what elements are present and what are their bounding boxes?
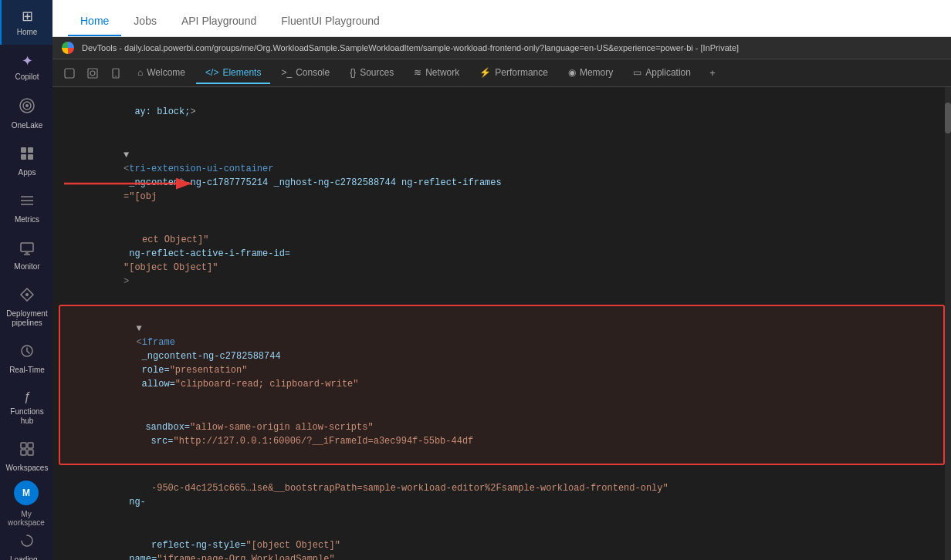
sidebar-item-monitor-label: Monitor [14,262,39,272]
sidebar-item-apps-label: Apps [19,168,36,177]
svg-rect-17 [28,443,33,448]
code-line-3: ect Object]" ng-reflect-active-i-frame-i… [52,218,951,303]
svg-rect-22 [88,69,97,78]
devtools-tab-elements[interactable]: </> Elements [196,62,270,84]
performance-icon: ⚡ [479,67,491,78]
sidebar-item-functions[interactable]: ƒ Functionshub [0,383,52,433]
devtools-panel: DevTools - daily.local.powerbi.com/group… [52,37,951,560]
svg-point-2 [25,104,29,107]
sidebar-item-onelake[interactable]: OneLake [0,89,52,138]
sidebar-bottom: M My workspace Loading... [0,481,52,560]
devtools-tab-application[interactable]: ▭ Application [624,62,700,84]
monitor-icon [19,240,35,259]
devtools-more-btn[interactable]: + [702,62,723,84]
expand-iframe-icon[interactable]: ▼ [136,323,141,334]
devtools-tab-performance[interactable]: ⚡ Performance [470,62,557,84]
application-icon: ▭ [633,67,641,78]
sidebar-item-deployment-label: Deploymentpipelines [6,309,47,328]
svg-point-23 [90,71,95,76]
console-icon: >_ [281,67,292,78]
avatar[interactable]: M [14,481,39,505]
sidebar-item-metrics-label: Metrics [15,215,39,224]
devtools-device-btn[interactable] [105,62,127,84]
sidebar-item-onelake-label: OneLake [12,121,43,130]
svg-rect-3 [21,147,26,153]
devtools-tab-sources[interactable]: {} Sources [340,62,403,84]
svg-rect-5 [21,154,26,160]
elements-icon: </> [205,67,218,78]
devtools-scrollbar-thumb[interactable] [945,103,951,133]
top-nav: Home Jobs API Playground FluentUI Playgr… [52,0,951,37]
browser-icon [62,42,74,54]
sidebar-item-copilot[interactable]: ✦ Copilot [0,45,52,89]
sidebar-item-home-label: Home [17,28,38,37]
apps-icon [19,146,35,165]
loading-icon [19,533,35,552]
devtools-title: DevTools - daily.local.powerbi.com/group… [82,43,942,52]
deployment-icon [19,287,35,306]
devtools-titlebar: DevTools - daily.local.powerbi.com/group… [52,37,951,59]
sidebar-item-home[interactable]: ⊞ Home [0,0,52,45]
realtime-icon [19,343,35,363]
code-line-6: -950c-d4c1251c665…lse&__bootstrapPath=sa… [52,467,951,524]
tab-home[interactable]: Home [68,5,121,36]
code-line-5: sandbox="allow-same-origin allow-scripts… [60,406,943,463]
welcome-icon: ⌂ [137,67,143,78]
plus-more-icon: + [709,67,716,79]
tab-jobs[interactable]: Jobs [121,5,169,36]
svg-point-14 [25,293,29,296]
svg-rect-10 [21,243,33,251]
sidebar-item-functions-label: Functionshub [10,407,43,426]
code-line-1: ay: block;> [52,90,951,133]
home-icon: ⊞ [22,8,33,25]
code-line-2: ▼ <tri-extension-ui-container _ngcontent… [52,133,951,218]
sidebar-item-copilot-label: Copilot [15,73,39,82]
devtools-tab-console[interactable]: >_ Console [272,62,339,84]
sidebar: ⊞ Home ✦ Copilot OneLake Apps Metrics Mo… [0,0,52,560]
sidebar-item-realtime[interactable]: Real-Time [0,336,52,383]
copilot-icon: ✦ [22,52,33,69]
workspaces-icon [19,441,35,460]
svg-rect-4 [28,147,33,153]
svg-rect-16 [21,443,26,448]
my-workspace-label: My workspace [0,508,52,528]
sources-icon: {} [350,67,356,78]
sidebar-item-loading: Loading... [0,528,52,560]
devtools-back-btn[interactable] [59,62,80,84]
network-icon: ≋ [414,67,421,78]
svg-rect-19 [28,450,33,455]
main-area: Home Jobs API Playground FluentUI Playgr… [52,0,951,560]
sidebar-item-workspaces[interactable]: Workspaces [0,433,52,481]
memory-icon: ◉ [568,67,576,78]
expand-icon[interactable]: ▼ [124,150,129,160]
page-content: Sample Item Editor New Item Details Sele… [52,37,951,560]
devtools-tab-welcome[interactable]: ⌂ Welcome [128,62,195,84]
functions-icon: ƒ [24,390,31,404]
devtools-tabs: ⌂ Welcome </> Elements >_ Console {} Sou… [52,59,951,87]
svg-point-20 [22,535,32,546]
sidebar-item-realtime-label: Real-Time [9,366,45,375]
tab-fluentui-playground[interactable]: FluentUI Playground [269,5,392,36]
onelake-icon [19,97,36,118]
devtools-tab-network[interactable]: ≋ Network [404,62,469,84]
svg-rect-6 [28,154,33,160]
code-line-7: reflect-ng-style="[object Object]" name=… [52,524,951,560]
svg-rect-18 [21,450,26,455]
devtools-scrollbar[interactable] [945,87,951,560]
sidebar-item-deployment[interactable]: Deploymentpipelines [0,279,52,336]
sidebar-item-apps[interactable]: Apps [0,138,52,185]
devtools-code-body[interactable]: ay: block;> ▼ <tri-extension-ui-containe… [52,87,951,560]
tab-api-playground[interactable]: API Playground [169,5,269,36]
svg-rect-21 [65,69,74,78]
devtools-inspect-btn[interactable] [82,62,103,84]
code-line-4: ▼ <iframe _ngcontent-ng-c2782588744 role… [60,307,943,406]
sidebar-item-workspaces-label: Workspaces [6,464,49,473]
highlighted-iframe-block: ▼ <iframe _ngcontent-ng-c2782588744 role… [59,305,945,465]
loading-label: Loading... [10,555,44,560]
devtools-tab-memory[interactable]: ◉ Memory [559,62,622,84]
sidebar-item-monitor[interactable]: Monitor [0,232,52,279]
sidebar-item-metrics[interactable]: Metrics [0,185,52,232]
metrics-icon [19,193,35,212]
